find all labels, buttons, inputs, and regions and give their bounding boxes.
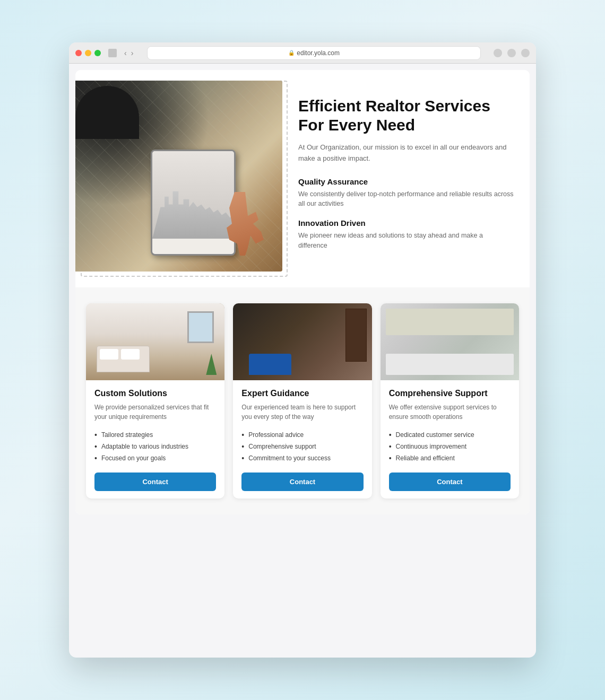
feature-quality-title: Quality Assurance	[298, 177, 514, 186]
hero-title: Efficient Realtor Services For Every Nee…	[298, 97, 514, 135]
card-custom-solutions: Custom Solutions We provide personalized…	[86, 303, 224, 498]
city-silhouette	[152, 186, 234, 239]
nav-arrows: ‹ ›	[123, 49, 134, 57]
feature-innovation-title: Innovation Driven	[298, 218, 514, 228]
list-item: Commitment to your success	[241, 452, 363, 464]
living-room-visual	[233, 303, 371, 380]
kitchen-cabinet	[386, 309, 514, 335]
bookshelf	[345, 309, 367, 362]
list-item: Professional advice	[241, 429, 363, 441]
sidebar-icon	[108, 49, 117, 57]
contact-button-support[interactable]: Contact	[389, 472, 511, 491]
traffic-lights	[75, 50, 101, 56]
minimize-button[interactable]	[85, 50, 91, 56]
card-comprehensive-support: Comprehensive Support We offer extensive…	[381, 303, 519, 498]
maximize-button[interactable]	[94, 50, 101, 56]
url-text: editor.yola.com	[297, 49, 340, 57]
feature-quality-desc: We consistently deliver top-notch perfor…	[298, 189, 514, 209]
browser-content: Efficient Realtor Services For Every Nee…	[75, 70, 530, 514]
new-tab-button[interactable]	[507, 49, 516, 57]
card-image-bedroom	[86, 303, 224, 380]
feature-innovation: Innovation Driven We pioneer new ideas a…	[298, 218, 514, 251]
list-item: Adaptable to various industries	[94, 441, 216, 452]
bed-pillow-left	[100, 349, 118, 360]
list-item: Reliable and efficient	[389, 452, 511, 464]
bed	[97, 346, 150, 372]
card-expert-body: Expert Guidance Our experienced team is …	[233, 380, 371, 498]
cards-grid: Custom Solutions We provide personalized…	[86, 303, 519, 498]
card-expert-desc: Our experienced team is here to support …	[241, 402, 363, 422]
contact-button-expert[interactable]: Contact	[241, 472, 363, 491]
card-custom-list: Tailored strategies Adaptable to various…	[94, 429, 216, 464]
hero-section: Efficient Realtor Services For Every Nee…	[75, 70, 530, 287]
share-button[interactable]	[494, 49, 502, 57]
browser-window: ‹ › 🔒 editor.yola.com	[69, 42, 536, 658]
list-item: Continuous improvement	[389, 441, 511, 452]
card-support-list: Dedicated customer service Continuous im…	[389, 429, 511, 464]
card-image-kitchen	[381, 303, 519, 380]
card-support-desc: We offer extensive support services to e…	[389, 402, 511, 422]
contact-button-custom[interactable]: Contact	[94, 472, 216, 491]
hero-image-background	[75, 81, 282, 272]
cards-section: Custom Solutions We provide personalized…	[75, 287, 530, 514]
hero-subtitle: At Our Organization, our mission is to e…	[298, 142, 514, 164]
close-button[interactable]	[75, 50, 82, 56]
kitchen-visual	[381, 303, 519, 380]
list-item: Tailored strategies	[94, 429, 216, 441]
kitchen-counter	[386, 354, 514, 375]
back-arrow[interactable]: ‹	[123, 49, 128, 57]
card-support-title: Comprehensive Support	[389, 389, 511, 398]
card-expert-title: Expert Guidance	[241, 389, 363, 398]
card-expert-guidance: Expert Guidance Our experienced team is …	[233, 303, 371, 498]
card-custom-title: Custom Solutions	[94, 389, 216, 398]
card-image-living	[233, 303, 371, 380]
card-expert-list: Professional advice Comprehensive suppor…	[241, 429, 363, 464]
address-bar[interactable]: 🔒 editor.yola.com	[147, 46, 481, 60]
list-item: Focused on your goals	[94, 452, 216, 464]
tablet-image	[151, 150, 236, 256]
sofa	[249, 354, 291, 375]
hero-image	[75, 81, 282, 272]
feature-quality: Quality Assurance We consistently delive…	[298, 177, 514, 209]
forward-arrow[interactable]: ›	[130, 49, 135, 57]
hero-text-block: Efficient Realtor Services For Every Nee…	[298, 86, 514, 260]
browser-actions	[494, 49, 530, 57]
card-support-body: Comprehensive Support We offer extensive…	[381, 380, 519, 498]
bed-pillow-right	[121, 349, 140, 360]
list-item: Dedicated customer service	[389, 429, 511, 441]
lock-icon: 🔒	[288, 50, 295, 56]
card-custom-desc: We provide personalized services that fi…	[94, 402, 216, 422]
list-item: Comprehensive support	[241, 441, 363, 452]
window-frame	[187, 311, 214, 343]
tablet-screen	[152, 151, 234, 239]
hero-image-container	[75, 81, 282, 272]
browser-chrome: ‹ › 🔒 editor.yola.com	[69, 42, 536, 64]
extensions-button[interactable]	[521, 49, 530, 57]
card-custom-body: Custom Solutions We provide personalized…	[86, 380, 224, 498]
plant-decor	[206, 354, 217, 375]
bedroom-scene	[86, 303, 224, 380]
feature-innovation-desc: We pioneer new ideas and solutions to st…	[298, 231, 514, 251]
